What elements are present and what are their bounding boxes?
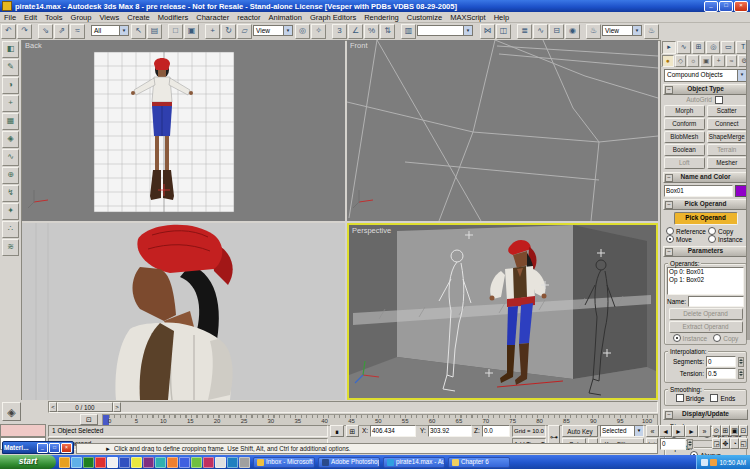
segments-spinner[interactable] bbox=[738, 357, 744, 367]
docked-tool-box-icon[interactable]: ◈ bbox=[2, 131, 19, 148]
next-frame-button[interactable]: ► bbox=[685, 425, 698, 437]
dropdown-arrow-icon[interactable]: ▼ bbox=[119, 26, 128, 35]
command-panel-scrollbar[interactable] bbox=[746, 40, 750, 340]
delete-operand-button[interactable]: Delete Operand bbox=[669, 308, 743, 320]
layer-manager-icon[interactable]: ≣ bbox=[517, 24, 532, 39]
dropdown-arrow-icon[interactable]: ▼ bbox=[634, 426, 643, 436]
pan-button[interactable]: ✥ bbox=[721, 438, 730, 449]
task-adobe-photoshop[interactable]: Adobe Photoshop bbox=[318, 457, 380, 468]
tension-field[interactable]: 0.5 bbox=[706, 368, 736, 379]
pick-operand-move-radio[interactable]: Move bbox=[666, 235, 706, 243]
mesher-button[interactable]: Mesher bbox=[707, 157, 748, 169]
docked-tool-dots-icon[interactable]: ∴ bbox=[2, 221, 19, 238]
time-slider-prev-arrow[interactable]: < bbox=[49, 402, 57, 412]
arc-rotate-button[interactable]: ◔ bbox=[730, 438, 739, 449]
time-slider-track[interactable]: < 0 / 100 > bbox=[48, 401, 658, 413]
mini-restore-button[interactable]: □ bbox=[49, 443, 60, 453]
auto-key-button[interactable]: Auto Key bbox=[562, 425, 598, 437]
absolute-offset-toggle-icon[interactable]: ⊞ bbox=[346, 425, 359, 437]
go-to-end-button[interactable]: » bbox=[698, 425, 711, 437]
zoom-extents-button[interactable]: ▣ bbox=[730, 425, 739, 436]
blobmesh-button[interactable]: BlobMesh bbox=[664, 131, 705, 143]
operand-item[interactable]: Op 1: Box02 bbox=[669, 276, 742, 284]
spinner-snap-icon[interactable]: ⇅ bbox=[380, 24, 395, 39]
maxscript-listener-macro-row[interactable] bbox=[0, 424, 46, 437]
menu-reactor[interactable]: reactor bbox=[233, 13, 264, 22]
parameters-rollout-header[interactable]: − Parameters bbox=[663, 246, 748, 257]
collapse-icon[interactable]: − bbox=[665, 174, 673, 182]
menu-maxscript[interactable]: MAXScript bbox=[446, 13, 489, 22]
schematic-view-icon[interactable]: ⊟ bbox=[549, 24, 564, 39]
maximize-button[interactable]: □ bbox=[719, 1, 733, 12]
select-and-manipulate-icon[interactable]: ✧ bbox=[311, 24, 326, 39]
operand-name-field[interactable] bbox=[688, 296, 744, 307]
radio-icon[interactable] bbox=[666, 235, 674, 243]
menu-graph-editors[interactable]: Graph Editors bbox=[306, 13, 360, 22]
pick-operand-copy-radio[interactable]: Copy bbox=[708, 227, 745, 235]
quick-launch-icon-3[interactable] bbox=[83, 457, 94, 468]
select-and-link-icon[interactable]: ⇘ bbox=[38, 24, 53, 39]
quick-launch-icon-14[interactable] bbox=[215, 457, 226, 468]
front-viewport[interactable]: Front bbox=[347, 40, 658, 221]
menu-group[interactable]: Group bbox=[67, 13, 96, 22]
dropdown-arrow-icon[interactable]: ▼ bbox=[283, 26, 292, 35]
helpers-category[interactable]: + bbox=[713, 55, 725, 67]
title-bar[interactable]: pirate14.max - Autodesk 3ds Max 8 - pre … bbox=[0, 0, 750, 12]
conform-button[interactable]: Conform bbox=[664, 118, 705, 130]
extract-operand-button[interactable]: Extract Operand bbox=[669, 321, 743, 333]
radio-icon[interactable] bbox=[666, 227, 674, 235]
render-scene-icon[interactable]: ♨ bbox=[586, 24, 601, 39]
operand-item[interactable]: Op 0: Box01 bbox=[669, 268, 742, 276]
modify-tab[interactable]: ∿ bbox=[677, 41, 691, 54]
window-crossing-icon[interactable]: ▣ bbox=[184, 24, 199, 39]
task-pirate14-max-autod[interactable]: pirate14.max - Autod... bbox=[383, 457, 445, 468]
task-inbox-microsoft-out[interactable]: Inbox - Microsoft Out... bbox=[253, 457, 315, 468]
mirror-icon[interactable]: ⋈ bbox=[480, 24, 495, 39]
tray-app-icon[interactable] bbox=[710, 459, 717, 466]
quick-launch-icon-6[interactable] bbox=[119, 457, 130, 468]
curve-editor-icon[interactable]: ∿ bbox=[533, 24, 548, 39]
collapse-icon[interactable]: − bbox=[665, 411, 673, 419]
menu-customize[interactable]: Customize bbox=[403, 13, 446, 22]
menu-character[interactable]: Character bbox=[192, 13, 233, 22]
dropdown-arrow-icon[interactable]: ▼ bbox=[737, 70, 746, 81]
y-coordinate-field[interactable]: 303.92 bbox=[428, 425, 472, 437]
menu-rendering[interactable]: Rendering bbox=[360, 13, 403, 22]
docked-tool-bolt-icon[interactable]: ↯ bbox=[2, 185, 19, 202]
collapse-icon[interactable]: − bbox=[665, 201, 673, 209]
back-viewport[interactable]: Back bbox=[22, 40, 345, 221]
quick-launch-icon-8[interactable] bbox=[143, 457, 154, 468]
menu-edit[interactable]: Edit bbox=[20, 13, 41, 22]
menu-tools[interactable]: Tools bbox=[41, 13, 67, 22]
rectangular-selection-icon[interactable]: □ bbox=[168, 24, 183, 39]
quick-launch-icon-5[interactable] bbox=[107, 457, 118, 468]
dropdown-arrow-icon[interactable]: ▼ bbox=[463, 26, 472, 35]
current-frame-field[interactable]: 0 bbox=[660, 438, 686, 450]
docked-tool-star-icon[interactable]: ✦ bbox=[2, 203, 19, 220]
status-corner-icon[interactable]: ◈ bbox=[2, 402, 21, 421]
go-to-start-button[interactable]: « bbox=[646, 425, 659, 437]
object-type-rollout-header[interactable]: − Object Type bbox=[663, 84, 748, 95]
open-mini-curve-editor-button[interactable]: ⊡ bbox=[80, 414, 98, 425]
name-color-rollout-header[interactable]: − Name and Color bbox=[663, 172, 748, 183]
perspective-viewport[interactable]: Perspective bbox=[347, 223, 658, 400]
docked-tool-wave-icon[interactable]: ≋ bbox=[2, 239, 19, 256]
named-selection-sets-dropdown[interactable]: ▼ bbox=[417, 25, 473, 36]
region-zoom-button[interactable]: ◲ bbox=[712, 438, 721, 449]
redo-icon[interactable]: ↷ bbox=[17, 24, 32, 39]
select-and-rotate-icon[interactable]: ↻ bbox=[221, 24, 236, 39]
docked-tool-curve-icon[interactable]: ∿ bbox=[2, 149, 19, 166]
tension-spinner[interactable] bbox=[738, 369, 744, 379]
quick-launch-icon-13[interactable] bbox=[203, 457, 214, 468]
collapse-icon[interactable]: − bbox=[665, 86, 673, 94]
play-button[interactable]: ► bbox=[672, 425, 685, 437]
display-tab[interactable]: ▭ bbox=[721, 41, 735, 54]
edit-named-selections-icon[interactable]: ▥ bbox=[401, 24, 416, 39]
snap-toggle-3d-icon[interactable]: 3 bbox=[332, 24, 347, 39]
quick-launch-icon-11[interactable] bbox=[179, 457, 190, 468]
select-and-move-icon[interactable]: + bbox=[205, 24, 220, 39]
quick-launch-icon-1[interactable] bbox=[59, 457, 70, 468]
zoom-extents-all-button[interactable]: ⊡ bbox=[739, 425, 748, 436]
create-tab[interactable]: ▸ bbox=[662, 41, 676, 54]
docked-tool-sphere-icon[interactable]: ◑ bbox=[2, 77, 19, 94]
